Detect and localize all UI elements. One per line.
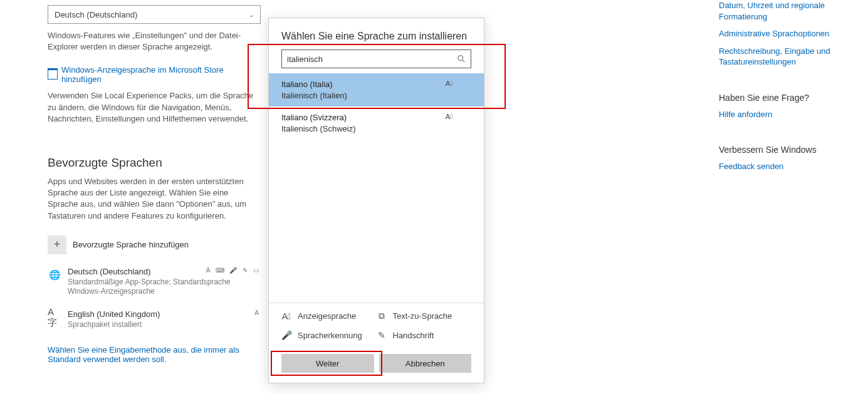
cap-display-label: Anzeigesprache xyxy=(298,311,356,321)
language-title: English (United Kingdom) xyxy=(68,309,261,319)
display-language-description: Windows-Features wie „Einstellungen" und… xyxy=(48,30,261,53)
language-result-item[interactable]: Italiano (Italia) Italienisch (Italien) … xyxy=(269,73,484,106)
cap-speech-label: Spracherkennung xyxy=(298,331,362,340)
result-native-name: Italiano (Italia) xyxy=(281,80,471,89)
sidebar-link-spelling[interactable]: Rechtschreibung, Eingabe und Tastaturein… xyxy=(719,46,838,68)
store-icon xyxy=(48,68,58,81)
sidebar-feedback-heading: Verbessern Sie Windows xyxy=(719,145,838,155)
cap-handwriting-label: Handschrift xyxy=(393,331,434,340)
display-language-icon: A゙ xyxy=(446,80,452,87)
language-result-item[interactable]: Italiano (Svizzera) Italienisch (Schweiz… xyxy=(269,106,484,140)
language-glyph-icon: A字 xyxy=(48,311,61,324)
cap-tts-label: Text-zu-Sprache xyxy=(393,311,452,321)
preferred-languages-heading: Bevorzugte Sprachen xyxy=(48,156,261,170)
add-preferred-language-button[interactable]: + Bevorzugte Sprache hinzufügen xyxy=(48,236,261,254)
capabilities-legend: A゙ Anzeigesprache ⧉ Text-zu-Sprache 🎤 Sp… xyxy=(269,303,484,348)
result-native-name: Italiano (Svizzera) xyxy=(281,113,471,122)
dialog-title: Wählen Sie eine Sprache zum installieren xyxy=(269,18,484,49)
language-row[interactable]: 🌐 Deutsch (Deutschland) Standardmäßige A… xyxy=(48,267,261,297)
svg-line-1 xyxy=(463,60,465,63)
add-display-language-store-link[interactable]: Windows-Anzeigesprache im Microsoft Stor… xyxy=(48,65,261,84)
globe-icon: 🌐 xyxy=(48,268,61,282)
sidebar-link-date-time[interactable]: Datum, Uhrzeit und regionale Formatierun… xyxy=(719,0,838,22)
install-language-dialog: Wählen Sie eine Sprache zum installieren… xyxy=(268,18,484,383)
store-link-description: Verwenden Sie Local Experience Packs, um… xyxy=(48,90,261,125)
language-subtitle: Standardmäßige App-Sprache; Standardspra… xyxy=(68,277,261,297)
tts-icon: ⧉ xyxy=(377,311,387,321)
language-capability-icons: A xyxy=(254,309,261,316)
language-search-input[interactable]: italienisch xyxy=(281,49,471,68)
sidebar-help-link[interactable]: Hilfe anfordern xyxy=(719,109,838,120)
sidebar-faq-heading: Haben Sie eine Frage? xyxy=(719,93,838,103)
handwriting-icon: ✎ xyxy=(377,330,387,340)
chevron-down-icon: ⌄ xyxy=(249,11,254,18)
microphone-icon: 🎤 xyxy=(281,330,291,340)
sidebar-feedback-link[interactable]: Feedback senden xyxy=(719,161,838,172)
default-input-method-link[interactable]: Wählen Sie eine Eingabemethode aus, die … xyxy=(48,345,261,364)
display-language-icon: A゙ xyxy=(446,113,452,120)
result-local-name: Italienisch (Schweiz) xyxy=(281,124,471,133)
plus-icon: + xyxy=(48,236,66,254)
display-language-value: Deutsch (Deutschland) xyxy=(55,10,137,19)
language-capability-icons: A ⌨ 🎤 ✎ ▭ xyxy=(206,267,261,274)
store-link-label: Windows-Anzeigesprache im Microsoft Stor… xyxy=(61,65,261,84)
svg-point-0 xyxy=(458,56,463,61)
display-language-icon: A゙ xyxy=(281,311,291,321)
language-results-list: Italiano (Italia) Italienisch (Italien) … xyxy=(269,73,484,303)
result-local-name: Italienisch (Italien) xyxy=(281,91,471,100)
preferred-languages-description: Apps und Websites werden in der ersten u… xyxy=(48,176,261,222)
search-icon xyxy=(457,54,466,63)
cancel-button[interactable]: Abbrechen xyxy=(379,354,472,373)
add-preferred-language-label: Bevorzugte Sprache hinzufügen xyxy=(73,240,189,249)
language-subtitle: Sprachpaket installiert xyxy=(68,320,261,330)
next-button[interactable]: Weiter xyxy=(281,354,374,373)
search-value: italienisch xyxy=(287,54,323,64)
display-language-dropdown[interactable]: Deutsch (Deutschland) ⌄ xyxy=(48,5,261,24)
sidebar-link-admin-lang[interactable]: Administrative Sprachoptionen xyxy=(719,28,838,39)
language-row[interactable]: A字 English (United Kingdom) Sprachpaket … xyxy=(48,309,261,330)
